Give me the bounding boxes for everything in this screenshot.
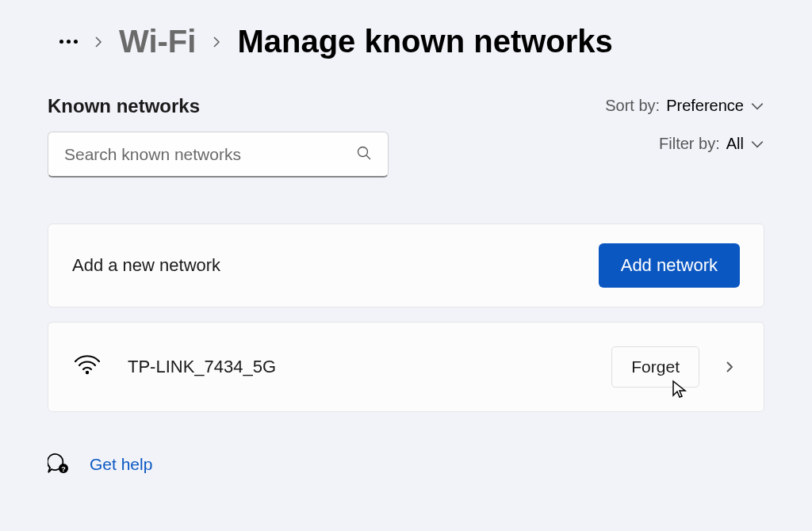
search-icon	[356, 145, 372, 164]
help-icon: ?	[48, 452, 70, 477]
svg-point-0	[358, 147, 368, 156]
search-box[interactable]	[48, 132, 389, 178]
section-header: Known networks Sort by: Preference Filte…	[48, 95, 764, 209]
breadcrumb: Wi-Fi Manage known networks	[59, 24, 764, 59]
section-title: Known networks	[48, 95, 389, 117]
breadcrumb-current: Manage known networks	[237, 24, 612, 59]
wifi-icon	[75, 355, 100, 379]
network-name: TP-LINK_7434_5G	[128, 357, 611, 377]
sort-by-dropdown[interactable]: Sort by: Preference	[605, 97, 764, 115]
chevron-right-icon	[92, 36, 105, 48]
search-input[interactable]	[64, 145, 356, 164]
add-network-card: Add a new network Add network	[48, 223, 764, 308]
filter-value: All	[726, 135, 744, 153]
forget-button[interactable]: Forget	[611, 346, 699, 388]
add-network-label: Add a new network	[72, 255, 220, 276]
svg-point-2	[86, 371, 89, 374]
chevron-down-icon	[750, 99, 764, 113]
filter-label: Filter by:	[659, 135, 720, 153]
add-network-button[interactable]: Add network	[599, 243, 740, 288]
sort-value: Preference	[666, 97, 744, 115]
chevron-down-icon	[750, 137, 764, 151]
help-row: ? Get help	[48, 452, 764, 477]
get-help-link[interactable]: Get help	[90, 455, 152, 474]
breadcrumb-more-icon[interactable]	[59, 40, 78, 44]
filter-by-dropdown[interactable]: Filter by: All	[659, 135, 764, 153]
chevron-right-icon[interactable]	[719, 361, 740, 373]
breadcrumb-parent[interactable]: Wi-Fi	[119, 24, 196, 59]
svg-line-1	[366, 155, 370, 159]
chevron-right-icon	[210, 36, 223, 48]
svg-text:?: ?	[61, 465, 66, 473]
network-row[interactable]: TP-LINK_7434_5G Forget	[48, 322, 764, 412]
sort-label: Sort by:	[605, 97, 660, 115]
